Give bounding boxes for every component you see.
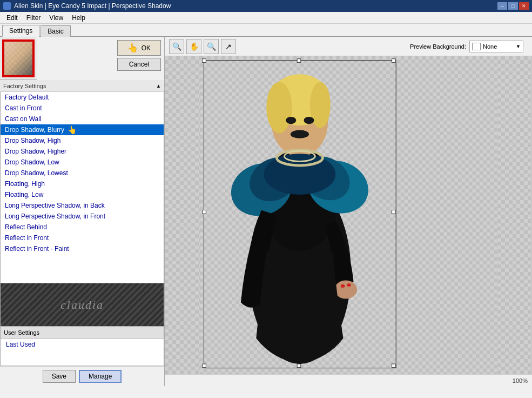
ok-button[interactable]: 👆 OK <box>117 40 161 56</box>
svg-rect-12 <box>297 364 301 368</box>
select-tool-button[interactable]: ↗ <box>221 39 236 54</box>
zoom-out-icon: 🔍 <box>207 42 216 51</box>
watermark-text: claudia <box>60 298 104 312</box>
preview-canvas <box>165 56 532 374</box>
preview-thumbnail <box>2 39 35 77</box>
maximize-button[interactable]: □ <box>508 2 518 10</box>
zoom-out-tool-button[interactable]: 🔍 <box>204 39 219 54</box>
user-settings-list: Last Used <box>1 339 164 366</box>
list-item-last-used[interactable]: Last Used <box>2 340 163 349</box>
main-content: 👆 OK Cancel Factory Settings ▲ Factory D… <box>0 37 532 386</box>
menu-help[interactable]: Help <box>68 13 90 23</box>
tabs-bar: Settings Basic <box>0 24 532 37</box>
list-item-long-perspective-front[interactable]: Long Perspective Shadow, in Front <box>1 211 164 222</box>
left-panel: 👆 OK Cancel Factory Settings ▲ Factory D… <box>0 37 165 386</box>
list-item-cast-wall[interactable]: Cast on Wall <box>1 114 164 124</box>
svg-rect-36 <box>347 283 351 287</box>
zoom-icon: 🔍 <box>172 42 181 51</box>
list-item-reflect-behind[interactable]: Reflect Behind <box>1 222 164 233</box>
list-item-drop-shadow-lowest[interactable]: Drop Shadow, Lowest <box>1 168 164 178</box>
app-icon <box>3 2 11 10</box>
menu-filter[interactable]: Filter <box>22 13 45 23</box>
list-item-reflect-front-faint[interactable]: Reflect in Front - Faint <box>1 243 164 254</box>
dropdown-arrow-icon: ▼ <box>516 44 521 49</box>
window-title: Alien Skin | Eye Candy 5 Impact | Perspe… <box>14 2 171 10</box>
minimize-button[interactable]: ─ <box>497 2 507 10</box>
svg-point-28 <box>264 154 336 195</box>
svg-point-23 <box>291 130 309 138</box>
svg-rect-8 <box>392 59 396 63</box>
svg-point-21 <box>286 117 296 124</box>
preview-image <box>165 56 532 374</box>
menu-bar: Edit Filter View Help <box>0 12 532 24</box>
svg-rect-6 <box>203 59 206 63</box>
preview-bg-value: None <box>483 43 497 50</box>
svg-rect-4 <box>200 56 497 374</box>
tab-settings[interactable]: Settings <box>2 25 39 37</box>
svg-rect-11 <box>203 364 206 368</box>
svg-rect-35 <box>341 284 345 288</box>
cancel-button[interactable]: Cancel <box>117 58 161 71</box>
zoom-level: 100% <box>513 377 528 384</box>
preview-background-control: Preview Background: None ▼ <box>238 41 528 52</box>
preview-bg-select[interactable]: None ▼ <box>469 41 523 52</box>
tab-basic[interactable]: Basic <box>41 25 70 37</box>
list-item-floating-high[interactable]: Floating, High <box>1 178 164 189</box>
svg-rect-7 <box>297 59 301 63</box>
menu-view[interactable]: View <box>45 13 68 23</box>
select-icon: ↗ <box>225 42 232 51</box>
factory-settings-header: Factory Settings ▲ <box>0 80 164 92</box>
watermark-stripes: claudia <box>1 283 164 326</box>
save-button[interactable]: Save <box>43 370 76 383</box>
menu-edit[interactable]: Edit <box>2 13 22 23</box>
svg-rect-10 <box>392 210 396 214</box>
user-settings-section: User Settings Last Used <box>0 327 164 366</box>
preview-bg-label: Preview Background: <box>410 43 466 50</box>
list-item-drop-shadow-higher[interactable]: Drop Shadow, Higher <box>1 146 164 157</box>
title-bar: Alien Skin | Eye Candy 5 Impact | Perspe… <box>0 0 532 12</box>
right-toolbar: 🔍 ✋ 🔍 ↗ Preview Background: None ▼ <box>165 37 532 56</box>
status-bar: 100% <box>165 374 532 386</box>
bottom-buttons: Save Manage <box>0 366 164 386</box>
zoom-tool-button[interactable]: 🔍 <box>169 39 184 54</box>
selection-cursor-icon: 👆 <box>68 125 77 134</box>
list-item-drop-shadow-blurry[interactable]: Drop Shadow, Blurry 👆 <box>1 124 164 135</box>
close-button[interactable]: ✕ <box>519 2 529 10</box>
settings-list-container: Factory Settings ▲ Factory Default Cast … <box>0 80 164 283</box>
svg-point-22 <box>304 117 314 124</box>
list-item-factory-default[interactable]: Factory Default <box>1 92 164 103</box>
list-item-long-perspective-back[interactable]: Long Perspective Shadow, in Back <box>1 200 164 211</box>
settings-list[interactable]: Factory Default Cast in Front Cast on Wa… <box>0 92 164 283</box>
right-panel: 🔍 ✋ 🔍 ↗ Preview Background: None ▼ <box>165 37 532 386</box>
color-swatch <box>472 43 481 50</box>
svg-rect-13 <box>392 364 396 368</box>
svg-point-19 <box>266 82 292 133</box>
list-item-drop-shadow-high[interactable]: Drop Shadow, High <box>1 135 164 146</box>
svg-rect-34 <box>353 286 356 295</box>
manage-button[interactable]: Manage <box>79 370 122 383</box>
scroll-up-button[interactable]: ▲ <box>156 83 161 89</box>
list-item-cast-front[interactable]: Cast in Front <box>1 103 164 114</box>
canvas-background <box>165 56 532 374</box>
list-item-reflect-front[interactable]: Reflect in Front <box>1 233 164 243</box>
list-item-drop-shadow-low[interactable]: Drop Shadow, Low <box>1 157 164 168</box>
user-settings-header: User Settings <box>1 327 164 339</box>
svg-rect-9 <box>203 210 206 214</box>
preview-strip <box>0 37 37 80</box>
pan-icon: ✋ <box>190 42 199 51</box>
pan-tool-button[interactable]: ✋ <box>186 39 201 54</box>
list-item-floating-low[interactable]: Floating, Low <box>1 189 164 200</box>
watermark-area: claudia <box>0 283 164 327</box>
